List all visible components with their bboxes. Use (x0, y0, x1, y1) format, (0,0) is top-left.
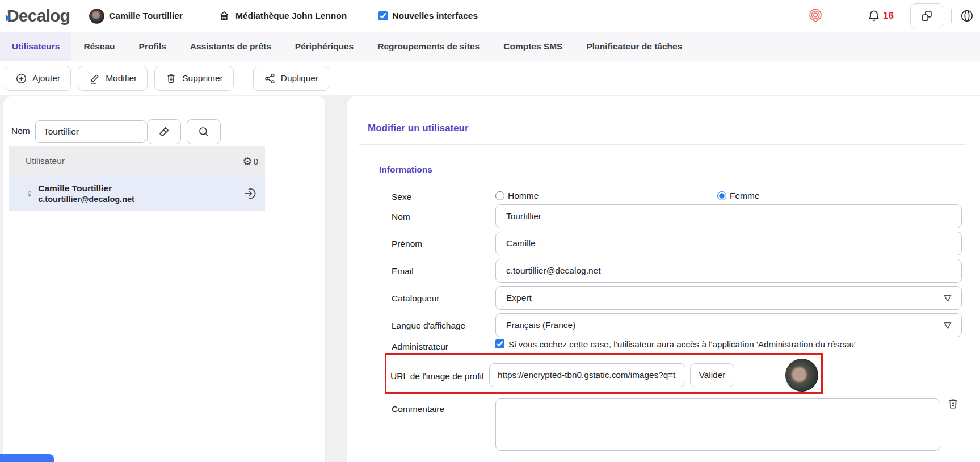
edit-user-form-panel: Modifier un utilisateur Informations Sex… (347, 96, 980, 462)
commentaire-textarea[interactable] (495, 398, 940, 451)
admin-tab-bar: Utilisateurs Réseau Profils Assistants d… (0, 32, 980, 61)
divider (951, 9, 952, 23)
notifications[interactable]: 16 (867, 9, 894, 23)
form-title: Modifier un utilisateur (368, 123, 469, 134)
chevron-down-icon (943, 321, 952, 329)
tab-utilisateurs[interactable]: Utilisateurs (0, 32, 71, 61)
app-switcher-button[interactable] (910, 3, 943, 28)
add-user-button[interactable]: Ajouter (5, 66, 71, 91)
administrateur-checkbox[interactable] (495, 339, 504, 348)
top-header: Decalog Camille Tourtillier Médiathèque … (0, 0, 980, 32)
clear-comment-trash-icon[interactable] (947, 397, 960, 410)
clear-search-button[interactable] (147, 119, 181, 144)
new-interfaces-label: Nouvelles interfaces (392, 11, 478, 21)
administrateur-checkbox-row: Si vous cochez cette case, l'utilisateur… (495, 339, 856, 350)
impersonate-login-icon[interactable] (243, 187, 257, 200)
profile-image-preview (785, 359, 818, 392)
profile-image-url-input[interactable] (489, 363, 685, 387)
delete-user-label: Supprimer (182, 73, 223, 83)
informations-section-title: Informations (379, 165, 432, 175)
tab-peripheriques[interactable]: Périphériques (283, 32, 365, 61)
current-library-name: Médiathèque John Lennon (235, 11, 347, 21)
logo-text: Decalog (7, 6, 70, 26)
sexe-label: Sexe (392, 192, 411, 202)
trash-icon (165, 73, 177, 85)
user-row-email: c.tourtillier@decalog.net (38, 195, 134, 204)
actions-toolbar: Ajouter Modifier Supprimer (0, 61, 980, 95)
nom-input[interactable] (495, 204, 962, 228)
edit-user-button[interactable]: Modifier (78, 66, 148, 91)
user-avatar (89, 9, 104, 24)
prenom-label: Prénom (392, 239, 422, 249)
user-list-row-selected[interactable]: ♀ Camille Tourtillier c.tourtillier@deca… (9, 176, 265, 211)
edit-user-label: Modifier (106, 73, 137, 83)
tab-profils[interactable]: Profils (127, 32, 178, 61)
user-list-header: Utilisateur ⚙ 0 (9, 146, 265, 176)
email-input[interactable] (495, 259, 962, 283)
plus-circle-icon (15, 73, 27, 85)
radio-homme-input[interactable] (495, 191, 504, 200)
new-interfaces-toggle: Nouvelles interfaces (378, 11, 478, 21)
settings-count: 0 (254, 157, 258, 166)
pencil-icon (89, 73, 100, 85)
decalog-logo-flame-icon (6, 15, 11, 22)
tab-planificateur-de-taches[interactable]: Planificateur de tâches (574, 32, 694, 61)
user-row-name: Camille Tourtillier (38, 183, 134, 194)
tab-regroupements-de-sites[interactable]: Regroupements de sites (365, 32, 491, 61)
name-search-input[interactable] (35, 120, 146, 143)
contrast-theme-icon[interactable] (960, 9, 974, 23)
notification-count: 16 (883, 10, 894, 22)
duplicate-user-button[interactable]: Dupliquer (253, 66, 329, 91)
divider (902, 9, 902, 23)
broadcast-assistance-icon[interactable] (808, 9, 823, 23)
radio-femme-label: Femme (730, 191, 760, 201)
name-search-label: Nom (11, 126, 30, 136)
prenom-input[interactable] (495, 232, 962, 255)
user-column-header: Utilisateur (26, 156, 65, 166)
url-image-label: URL de l'image de profil (390, 371, 483, 381)
langue-value: Français (France) (506, 320, 943, 330)
tab-comptes-sms[interactable]: Comptes SMS (491, 32, 574, 61)
current-user[interactable]: Camille Tourtillier (89, 9, 183, 24)
duplicate-branch-icon (264, 73, 276, 85)
library-building-icon (218, 10, 230, 22)
email-label: Email (392, 266, 414, 276)
divider (359, 144, 965, 145)
catalogueur-select[interactable]: Expert (495, 286, 962, 310)
partially-visible-blue-element[interactable] (0, 454, 54, 462)
eraser-icon (158, 125, 170, 138)
administrateur-checkbox-text: Si vous cochez cette case, l'utilisateur… (508, 339, 856, 350)
langue-label: Langue d'affichage (392, 321, 465, 331)
radio-femme-input[interactable] (717, 191, 726, 200)
radio-femme: Femme (717, 191, 760, 201)
radio-homme: Homme (495, 191, 539, 201)
new-interfaces-checkbox[interactable] (378, 11, 388, 20)
gear-icon: ⚙ (243, 156, 253, 167)
langue-select[interactable]: Français (France) (495, 313, 962, 337)
administrateur-label: Administrateur (392, 342, 448, 352)
overlapping-windows-icon (920, 9, 933, 23)
current-user-name: Camille Tourtillier (109, 11, 183, 21)
catalogueur-label: Catalogueur (392, 293, 439, 304)
nom-label: Nom (392, 212, 410, 222)
header-actions: 16 (808, 3, 974, 28)
search-icon (197, 125, 210, 138)
add-user-label: Ajouter (32, 73, 60, 83)
search-button[interactable] (187, 119, 221, 144)
delete-user-button[interactable]: Supprimer (154, 66, 234, 91)
validate-url-button[interactable]: Valider (690, 363, 734, 387)
duplicate-user-label: Dupliquer (281, 73, 318, 83)
decalog-logo[interactable]: Decalog (7, 6, 70, 26)
catalogueur-value: Expert (506, 293, 943, 303)
list-settings[interactable]: ⚙ 0 (243, 156, 258, 167)
radio-homme-label: Homme (508, 191, 539, 201)
user-search-panel: Nom Utilisateur ⚙ 0 (3, 96, 325, 462)
chevron-down-icon (943, 294, 952, 302)
female-icon: ♀ (26, 188, 33, 200)
bell-icon (867, 9, 881, 23)
tab-reseau[interactable]: Réseau (71, 32, 127, 61)
current-library[interactable]: Médiathèque John Lennon (218, 10, 347, 22)
commentaire-label: Commentaire (392, 404, 444, 414)
tab-assistants-de-prets[interactable]: Assistants de prêts (178, 32, 283, 61)
user-row-texts: Camille Tourtillier c.tourtillier@decalo… (38, 183, 134, 204)
